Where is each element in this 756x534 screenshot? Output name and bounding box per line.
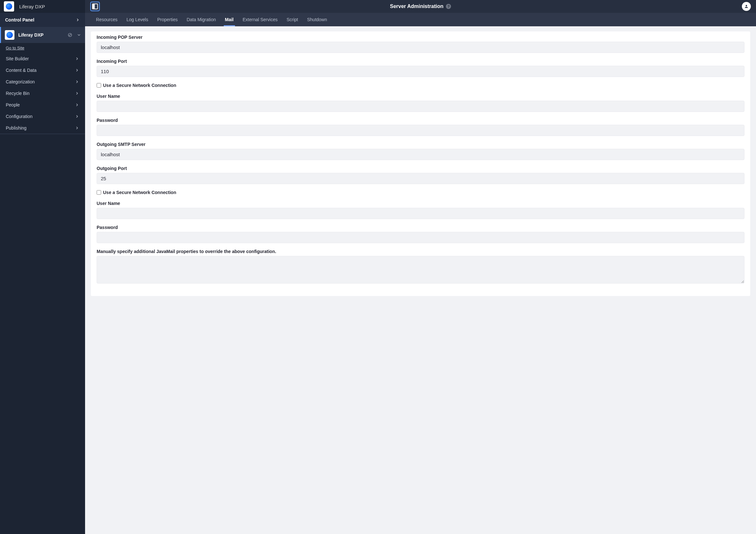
site-name: Liferay DXP	[18, 32, 64, 38]
tab-data-migration[interactable]: Data Migration	[182, 13, 220, 26]
chevron-down-icon[interactable]	[77, 33, 81, 37]
field-incoming-port: Incoming Port	[96, 59, 744, 77]
main-area: Server Administration ? ResourcesLog Lev…	[85, 0, 756, 534]
sidebar-item-label: Categorization	[6, 79, 35, 84]
checkbox-incoming-secure[interactable]	[96, 83, 101, 88]
sidebar-item-label: Site Builder	[6, 56, 29, 61]
label-outgoing-secure: Use a Secure Network Connection	[103, 190, 176, 195]
label-outgoing-password: Password	[96, 225, 744, 230]
chevron-right-icon	[75, 126, 79, 130]
label-incoming-pop-server: Incoming POP Server	[96, 35, 744, 40]
sidebar-section-control-panel[interactable]: Control Panel	[0, 13, 85, 27]
input-outgoing-user[interactable]	[96, 208, 744, 219]
tab-external-services[interactable]: External Services	[238, 13, 282, 26]
chevron-right-icon	[75, 103, 79, 107]
sidebar-item-label: Publishing	[6, 125, 27, 131]
label-incoming-password: Password	[96, 118, 744, 123]
page-title: Server Administration	[390, 4, 444, 9]
field-incoming-user: User Name	[96, 94, 744, 112]
sidebar-site-selector[interactable]: Liferay DXP	[0, 27, 85, 43]
control-panel-label: Control Panel	[5, 17, 34, 22]
sidebar-item-publishing[interactable]: Publishing	[0, 122, 85, 134]
sidebar-item-label: Configuration	[6, 114, 32, 119]
input-outgoing-smtp-server[interactable]	[96, 149, 744, 160]
help-icon[interactable]: ?	[446, 4, 451, 9]
tab-shutdown[interactable]: Shutdown	[302, 13, 331, 26]
input-outgoing-port[interactable]	[96, 173, 744, 184]
chevron-right-icon	[75, 57, 79, 61]
field-outgoing-port: Outgoing Port	[96, 166, 744, 184]
field-incoming-password: Password	[96, 118, 744, 136]
checkbox-outgoing-secure[interactable]	[96, 190, 101, 195]
liferay-logo-icon	[4, 1, 14, 12]
user-icon	[744, 4, 749, 9]
label-incoming-user: User Name	[96, 94, 744, 99]
label-outgoing-port: Outgoing Port	[96, 166, 744, 171]
field-outgoing-smtp-server: Outgoing SMTP Server	[96, 142, 744, 160]
sidebar-item-label: People	[6, 102, 20, 108]
input-incoming-port[interactable]	[96, 66, 744, 77]
tabbar: ResourcesLog LevelsPropertiesData Migrat…	[85, 13, 756, 26]
tab-log-levels[interactable]: Log Levels	[122, 13, 153, 26]
input-outgoing-password[interactable]	[96, 232, 744, 243]
label-incoming-secure: Use a Secure Network Connection	[103, 83, 176, 88]
panel-left-icon	[92, 4, 98, 9]
compass-icon[interactable]	[68, 33, 72, 37]
sidebar-brand[interactable]: Liferay DXP	[0, 0, 85, 13]
toggle-sidebar-button[interactable]	[90, 2, 100, 11]
sidebar-item-label: Recycle Bin	[6, 91, 30, 96]
liferay-logo-icon	[5, 30, 14, 40]
input-incoming-user[interactable]	[96, 101, 744, 112]
chevron-right-icon	[75, 91, 79, 95]
sidebar-divider	[0, 134, 85, 134]
label-javamail-props: Manually specify additional JavaMail pro…	[96, 249, 744, 254]
field-outgoing-secure: Use a Secure Network Connection	[96, 190, 744, 195]
content-scroll[interactable]: Incoming POP Server Incoming Port Use a …	[85, 26, 756, 534]
sidebar-item-content-data[interactable]: Content & Data	[0, 64, 85, 76]
sidebar: Liferay DXP Control Panel Liferay DXP Go…	[0, 0, 85, 534]
sidebar-item-categorization[interactable]: Categorization	[0, 76, 85, 88]
tab-properties[interactable]: Properties	[153, 13, 182, 26]
chevron-right-icon	[75, 18, 80, 22]
chevron-right-icon	[75, 114, 79, 119]
field-javamail-props: Manually specify additional JavaMail pro…	[96, 249, 744, 285]
tab-resources[interactable]: Resources	[92, 13, 122, 26]
label-outgoing-smtp-server: Outgoing SMTP Server	[96, 142, 744, 147]
go-to-site-link[interactable]: Go to Site	[0, 43, 85, 53]
input-incoming-pop-server[interactable]	[96, 42, 744, 53]
input-incoming-password[interactable]	[96, 125, 744, 136]
textarea-javamail-props[interactable]	[96, 256, 744, 284]
label-outgoing-user: User Name	[96, 201, 744, 206]
mail-settings-card: Incoming POP Server Incoming Port Use a …	[91, 32, 750, 296]
field-outgoing-password: Password	[96, 225, 744, 243]
tab-script[interactable]: Script	[282, 13, 303, 26]
field-incoming-pop-server: Incoming POP Server	[96, 35, 744, 53]
sidebar-item-label: Content & Data	[6, 68, 37, 73]
svg-line-1	[69, 34, 71, 36]
chevron-right-icon	[75, 80, 79, 84]
field-incoming-secure: Use a Secure Network Connection	[96, 83, 744, 88]
sidebar-item-people[interactable]: People	[0, 99, 85, 111]
sidebar-item-site-builder[interactable]: Site Builder	[0, 53, 85, 64]
label-incoming-port: Incoming Port	[96, 59, 744, 64]
sidebar-item-recycle-bin[interactable]: Recycle Bin	[0, 88, 85, 99]
brand-name: Liferay DXP	[19, 4, 45, 9]
topbar: Server Administration ?	[85, 0, 756, 13]
sidebar-item-configuration[interactable]: Configuration	[0, 111, 85, 122]
user-avatar[interactable]	[742, 2, 751, 11]
tab-mail[interactable]: Mail	[221, 13, 238, 26]
field-outgoing-user: User Name	[96, 201, 744, 219]
chevron-right-icon	[75, 68, 79, 72]
